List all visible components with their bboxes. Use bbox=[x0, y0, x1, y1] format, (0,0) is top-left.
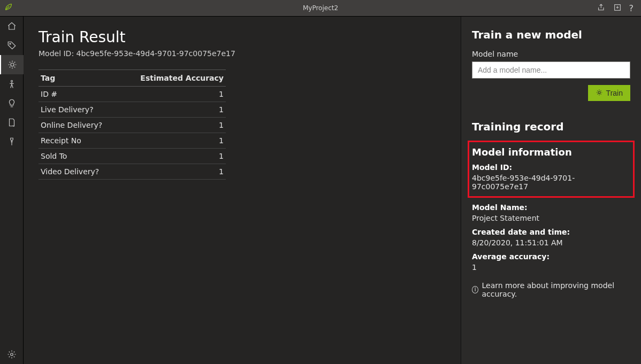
page-title: Train Result bbox=[39, 28, 446, 46]
results-table: Tag Estimated Accuracy ID #1 Live Delive… bbox=[39, 69, 226, 180]
app-logo-icon bbox=[4, 3, 13, 13]
model-id-label: Model ID: bbox=[472, 163, 630, 172]
nav-tags[interactable] bbox=[0, 36, 24, 55]
learn-more-link[interactable]: i Learn more about improving model accur… bbox=[472, 281, 630, 298]
model-id-value: 4bc9e5fe-953e-49d4-9701-97c0075e7e17 bbox=[472, 174, 630, 191]
nav-train[interactable] bbox=[0, 55, 24, 74]
info-icon: i bbox=[472, 286, 478, 293]
nav-settings[interactable] bbox=[0, 345, 24, 364]
nav-compose[interactable] bbox=[0, 74, 24, 94]
model-name-input[interactable] bbox=[472, 61, 630, 79]
model-name-info-label: Model Name: bbox=[472, 203, 630, 212]
right-panel: Train a new model Model name Train Train… bbox=[461, 17, 641, 364]
model-name-info-value: Project Statement bbox=[472, 214, 630, 222]
col-accuracy-header: Estimated Accuracy bbox=[119, 70, 226, 87]
table-row: Receipt No1 bbox=[39, 133, 226, 149]
help-icon[interactable]: ? bbox=[629, 3, 634, 13]
sidebar bbox=[0, 17, 24, 364]
train-new-heading: Train a new model bbox=[472, 28, 630, 41]
svg-point-5 bbox=[598, 91, 600, 93]
training-record-heading: Training record bbox=[472, 120, 630, 133]
svg-point-4 bbox=[10, 353, 13, 356]
nav-home[interactable] bbox=[0, 17, 24, 36]
model-info-highlight: Model information Model ID: 4bc9e5fe-953… bbox=[468, 141, 635, 198]
train-button[interactable]: Train bbox=[588, 85, 630, 101]
model-id-line: Model ID: 4bc9e5fe-953e-49d4-9701-97c007… bbox=[39, 49, 446, 58]
created-value: 8/20/2020, 11:51:01 AM bbox=[472, 238, 630, 247]
titlebar: MyProject2 ? bbox=[0, 0, 641, 17]
table-row: Online Delivery?1 bbox=[39, 118, 226, 133]
table-row: ID #1 bbox=[39, 87, 226, 102]
table-row: Live Delivery?1 bbox=[39, 102, 226, 118]
model-name-label: Model name bbox=[472, 50, 630, 58]
avg-accuracy-value: 1 bbox=[472, 263, 630, 272]
train-button-label: Train bbox=[606, 89, 623, 97]
model-info-heading: Model information bbox=[472, 146, 630, 158]
nav-predict[interactable] bbox=[0, 94, 24, 113]
share-icon[interactable] bbox=[597, 3, 606, 13]
gear-icon bbox=[596, 89, 603, 98]
table-row: Sold To1 bbox=[39, 149, 226, 164]
table-row: Video Delivery?1 bbox=[39, 164, 226, 180]
save-icon[interactable] bbox=[613, 3, 622, 13]
svg-point-1 bbox=[9, 43, 10, 44]
main-content: Train Result Model ID: 4bc9e5fe-953e-49d… bbox=[24, 17, 461, 364]
svg-point-3 bbox=[11, 80, 12, 82]
col-tag-header: Tag bbox=[39, 70, 119, 87]
project-title: MyProject2 bbox=[0, 4, 641, 12]
svg-point-2 bbox=[11, 63, 14, 66]
nav-connections[interactable] bbox=[0, 132, 24, 151]
nav-document[interactable] bbox=[0, 113, 24, 132]
learn-more-text: Learn more about improving model accurac… bbox=[482, 281, 630, 298]
created-label: Created date and time: bbox=[472, 228, 630, 236]
avg-accuracy-label: Average accuracy: bbox=[472, 252, 630, 261]
